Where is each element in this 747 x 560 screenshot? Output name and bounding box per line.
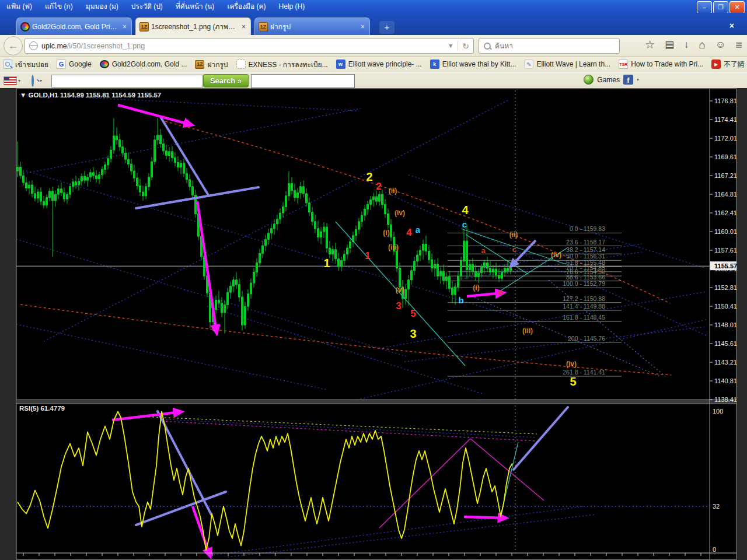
svg-text:1174.41: 1174.41 bbox=[714, 116, 737, 123]
star-icon[interactable]: ☆ bbox=[645, 37, 655, 52]
svg-text:5: 5 bbox=[570, 375, 576, 388]
bookmark-label: Google bbox=[69, 60, 92, 68]
tab-label: Gold2Gold.com, Gold Price, G... bbox=[32, 23, 119, 31]
svg-text:1150.41: 1150.41 bbox=[714, 303, 737, 310]
default-bookmark-icon bbox=[236, 60, 246, 69]
tab-gold2gold[interactable]: Gold2Gold.com, Gold Price, G... × bbox=[16, 18, 132, 35]
svg-text:4: 4 bbox=[462, 204, 469, 216]
tab-screenshot-active[interactable]: 1Z 1screenshot_1.png (ภาพประเ... × bbox=[135, 18, 251, 35]
svg-text:1: 1 bbox=[323, 257, 330, 270]
tab-bar: Gold2Gold.com, Gold Price, G... × 1Z 1sc… bbox=[0, 13, 747, 35]
url-bar[interactable]: upic.me /i/50/1screenshot_1.png ▼ ↻ bbox=[25, 38, 474, 54]
svg-text:23.6 - 1158.17: 23.6 - 1158.17 bbox=[566, 239, 605, 246]
svg-text:(ii): (ii) bbox=[389, 187, 397, 195]
menu-help[interactable]: Help (H) bbox=[273, 0, 312, 13]
flag-dropdown-icon[interactable]: ▾ bbox=[18, 78, 20, 83]
svg-text:1140.81: 1140.81 bbox=[714, 377, 737, 384]
addon-search-button[interactable]: Search » bbox=[203, 74, 249, 88]
language-flag-icon[interactable] bbox=[4, 76, 17, 85]
bookmark-label: 不了情 - Love Without... bbox=[724, 60, 747, 69]
gold-h1-chart-image[interactable]: 0.0 - 1159.8323.6 - 1158.1738.2 - 1157.1… bbox=[0, 88, 747, 560]
bookmark-elliott-learn[interactable]: ✎ Elliott Wave | Learn th... bbox=[524, 60, 610, 69]
home-icon[interactable]: ⌂ bbox=[699, 37, 705, 52]
tab-close-icon[interactable]: × bbox=[121, 23, 128, 31]
minimize-button[interactable]: – bbox=[697, 1, 712, 13]
restore-button[interactable]: ❐ bbox=[713, 1, 728, 13]
search-dropdown-icon[interactable]: ▾ bbox=[40, 78, 42, 83]
tabbar-close-icon[interactable]: × bbox=[729, 21, 734, 30]
new-tab-button[interactable]: + bbox=[379, 21, 395, 34]
search-bar[interactable] bbox=[479, 38, 620, 54]
svg-text:1: 1 bbox=[365, 250, 370, 261]
tab-label: ฝากรูป bbox=[270, 21, 357, 32]
svg-text:2: 2 bbox=[376, 181, 381, 192]
bookmark-frequent[interactable]: เข้าชมบ่อย bbox=[3, 59, 48, 70]
menu-file[interactable]: แฟ้ม (ฟ) bbox=[0, 0, 39, 13]
bookmark-exness[interactable]: EXNESS - การลงทะเบีย... bbox=[236, 59, 328, 70]
addon-secondary-input[interactable] bbox=[251, 74, 355, 88]
svg-text:1172.01: 1172.01 bbox=[714, 135, 737, 142]
menu-tools[interactable]: เครื่องมือ (ค) bbox=[221, 0, 272, 13]
svg-text:4: 4 bbox=[406, 227, 412, 238]
svg-text:1176.81: 1176.81 bbox=[714, 97, 737, 104]
toolbar-search-icon[interactable] bbox=[27, 76, 37, 86]
svg-text:c: c bbox=[512, 245, 516, 254]
svg-text:(iv): (iv) bbox=[395, 209, 405, 217]
svg-text:88.6 - 1153.66: 88.6 - 1153.66 bbox=[566, 274, 605, 281]
svg-text:(ii): (ii) bbox=[509, 230, 518, 239]
facebook-icon[interactable]: f bbox=[623, 75, 633, 85]
menu-bookmarks[interactable]: ที่คั่นหน้า (น) bbox=[169, 0, 221, 13]
games-label[interactable]: Games bbox=[597, 76, 620, 84]
svg-text:3: 3 bbox=[410, 327, 416, 340]
url-dropdown-icon[interactable]: ▼ bbox=[444, 43, 458, 49]
reload-icon[interactable]: ↻ bbox=[458, 41, 473, 51]
menu-history[interactable]: ประวัติ (ป) bbox=[125, 0, 169, 13]
tab-close-icon[interactable]: × bbox=[359, 23, 366, 31]
navigation-toolbar: ← upic.me /i/50/1screenshot_1.png ▼ ↻ ☆ … bbox=[0, 35, 747, 57]
menu-edit[interactable]: แก้ไข (ก) bbox=[39, 0, 79, 13]
svg-text:261.8 - 1141.41: 261.8 - 1141.41 bbox=[563, 369, 605, 376]
bookmark-label: How to Trade with Pri... bbox=[631, 60, 703, 68]
bookmark-label: Gold2Gold.com, Gold ... bbox=[112, 60, 187, 68]
hamburger-menu-icon[interactable]: ≡ bbox=[735, 37, 742, 52]
downloads-icon[interactable]: ↓ bbox=[684, 37, 689, 52]
frequent-visits-icon bbox=[3, 60, 12, 69]
bookmark-upic[interactable]: 1Z ฝากรูป bbox=[195, 59, 228, 70]
upic-favicon: 1Z bbox=[259, 22, 268, 32]
svg-text:100.0 - 1152.79: 100.0 - 1152.79 bbox=[563, 280, 605, 287]
bookmark-elliott-principle[interactable]: w Elliott wave principle- ... bbox=[336, 60, 422, 69]
svg-text:(i): (i) bbox=[473, 284, 479, 292]
bookmarks-toolbar: เข้าชมบ่อย G Google Gold2Gold.com, Gold … bbox=[0, 57, 747, 72]
site-globe-icon bbox=[29, 41, 38, 50]
url-path: /i/50/1screenshot_1.png bbox=[67, 42, 145, 50]
page-content: 0.0 - 1159.8323.6 - 1158.1738.2 - 1157.1… bbox=[0, 88, 747, 560]
bookmark-tsr[interactable]: TSR How to Trade with Pri... bbox=[619, 60, 703, 69]
tab-upload[interactable]: 1Z ฝากรูป × bbox=[254, 18, 370, 35]
facebook-dropdown-icon[interactable]: ▾ bbox=[637, 77, 639, 82]
bookmarks-overflow-icon[interactable]: » bbox=[737, 60, 741, 69]
svg-text:(i): (i) bbox=[383, 229, 389, 237]
search-input[interactable] bbox=[494, 41, 619, 51]
svg-text:141.4 - 1149.88: 141.4 - 1149.88 bbox=[563, 303, 605, 310]
svg-text:127.2 - 1150.88: 127.2 - 1150.88 bbox=[563, 295, 605, 302]
games-icon[interactable] bbox=[584, 75, 594, 85]
bookmark-youtube[interactable]: ▶ 不了情 - Love Without... bbox=[711, 60, 747, 69]
back-button[interactable]: ← bbox=[4, 36, 23, 55]
svg-text:1138.41: 1138.41 bbox=[714, 396, 737, 403]
tsr-icon: TSR bbox=[619, 60, 628, 69]
bookmark-label: เข้าชมบ่อย bbox=[15, 59, 48, 70]
chat-icon[interactable]: ☺ bbox=[715, 37, 725, 52]
addon-toolbar: ▾ ▾ Search » Games f ▾ bbox=[0, 73, 747, 89]
tab-label: 1screenshot_1.png (ภาพประเ... bbox=[151, 21, 238, 32]
bookmarks-panel-icon[interactable]: ▤ bbox=[665, 37, 674, 52]
addon-search-input[interactable] bbox=[51, 75, 203, 88]
bookmark-elliott-thai[interactable]: k Elliot wave thai by Kitt... bbox=[430, 60, 516, 69]
bookmark-google[interactable]: G Google bbox=[57, 60, 92, 69]
upic-favicon: 1Z bbox=[139, 22, 149, 32]
rsi-title: RSI(5) 61.4779 bbox=[19, 405, 65, 412]
tab-close-icon[interactable]: × bbox=[240, 23, 247, 31]
close-button[interactable]: ✕ bbox=[729, 1, 745, 13]
gold2gold-icon bbox=[100, 60, 109, 68]
bookmark-gold2gold[interactable]: Gold2Gold.com, Gold ... bbox=[100, 60, 187, 68]
menu-view[interactable]: มุมมอง (ม) bbox=[79, 0, 125, 13]
